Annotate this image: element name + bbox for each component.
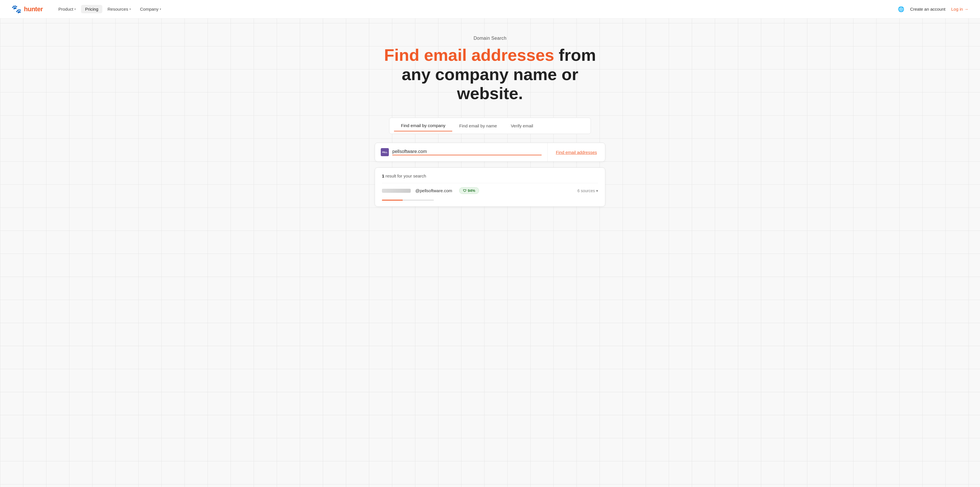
nav-label-pricing: Pricing	[85, 6, 98, 11]
email-domain: @pellsoftware.com	[415, 188, 452, 193]
tab-find-by-company[interactable]: Find email by company	[394, 120, 452, 131]
main-content: Domain Search Find email addresses from …	[0, 18, 980, 218]
confidence-value: 94%	[468, 188, 475, 193]
create-account-link[interactable]: Create an account	[910, 6, 945, 11]
search-input-area: PELL	[375, 143, 548, 161]
tab-find-by-name[interactable]: Find email by name	[452, 121, 504, 131]
nav-label-company: Company	[140, 6, 159, 11]
results-summary: 1 result for your search	[382, 173, 598, 178]
chevron-down-icon-sources: ▾	[596, 188, 598, 193]
find-email-button[interactable]: Find email addresses	[548, 145, 605, 160]
nav-links: Product ▾ Pricing Resources ▾ Company ▾	[54, 5, 898, 13]
tab-strip: Find email by company Find email by name…	[389, 118, 591, 134]
search-box: PELL Find email addresses	[375, 143, 605, 162]
email-blur	[382, 189, 411, 193]
chevron-down-icon-company: ▾	[160, 8, 161, 11]
nav-item-pricing[interactable]: Pricing	[81, 5, 102, 13]
chevron-down-icon-resources: ▾	[129, 8, 131, 11]
result-underline	[382, 200, 434, 201]
nav-item-company[interactable]: Company ▾	[136, 5, 165, 13]
chevron-down-icon: ▾	[74, 8, 76, 11]
shield-icon: 🛡	[463, 189, 466, 193]
confidence-badge: 🛡 94%	[459, 187, 479, 194]
tab-verify-email[interactable]: Verify email	[504, 121, 540, 131]
globe-icon[interactable]: 🌐	[898, 6, 904, 13]
sources-label: 6 sources	[578, 188, 595, 193]
results-text: result for your search	[384, 173, 426, 178]
logo[interactable]: 🐾 hunter	[11, 4, 43, 14]
logo-icon: 🐾	[11, 4, 22, 14]
nav-item-resources[interactable]: Resources ▾	[103, 5, 135, 13]
hero-highlight: Find email addresses	[384, 46, 554, 64]
logo-text: hunter	[24, 5, 43, 13]
results-box: 1 result for your search @pellsoftware.c…	[375, 167, 605, 207]
company-logo: PELL	[381, 148, 389, 156]
search-input[interactable]	[392, 149, 542, 155]
table-row: @pellsoftware.com 🛡 94% 6 sources ▾	[382, 183, 598, 198]
login-link[interactable]: Log in →	[951, 6, 969, 11]
nav-right: 🌐 Create an account Log in →	[898, 6, 969, 13]
sources-link[interactable]: 6 sources ▾	[578, 188, 598, 193]
navbar: 🐾 hunter Product ▾ Pricing Resources ▾ C…	[0, 0, 980, 18]
hero-title: Find email addresses from any company na…	[372, 46, 608, 103]
nav-label-resources: Resources	[108, 6, 128, 11]
nav-item-product[interactable]: Product ▾	[54, 5, 80, 13]
nav-label-product: Product	[58, 6, 73, 11]
section-label: Domain Search	[474, 36, 506, 41]
